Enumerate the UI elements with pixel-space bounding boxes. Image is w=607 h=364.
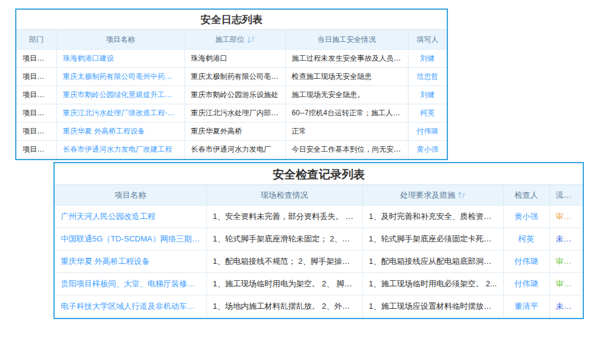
reporter-link[interactable]: 柯英 (408, 104, 447, 123)
inspection-record-table: 项目名称 现场检查情况 处理要求及措施 检查人 流程状态 广州天河人民公园改造工… (55, 184, 583, 318)
project-link[interactable]: 重庆华夏 外高桥工程设备 (56, 123, 185, 141)
inspection-cell: 1、配电箱接线不规范； 2、脚手架操作... (206, 251, 362, 273)
inspector-link[interactable]: 柯英 (503, 228, 549, 251)
col-header-department: 部门 (16, 30, 56, 50)
project-link[interactable]: 中国联通5G（TD-SCDMA）网络三期四... (55, 228, 206, 251)
project-link[interactable]: 珠海鹤港口建设 (56, 50, 185, 68)
reporter-link[interactable]: 付伟璐 (408, 123, 447, 141)
table-row: 项目二部 重庆华夏 外高桥工程设备 重庆华夏外高桥 正常 付伟璐 (16, 123, 447, 141)
project-link[interactable]: 重庆江北污水处理厂级改造工程-道路... (56, 104, 185, 123)
situation-cell: 检查施工现场无安全隐患 (285, 68, 408, 86)
location-cell: 重庆江北污水处理厂内部道路 (185, 104, 285, 123)
location-cell: 珠海鹤港口 (185, 50, 285, 68)
col-header-site-inspection: 现场检查情况 (206, 185, 362, 206)
department-cell: 项目一部 (16, 68, 56, 86)
inspection-cell: 1、轮式脚手架底座滑轮未固定； 2、现... (206, 228, 362, 251)
safety-log-title: 安全日志列表 (16, 10, 447, 29)
project-link[interactable]: 重庆太极制药有限公司亳州中药材仓... (56, 68, 185, 86)
situation-cell: 施工现场无安全隐患。 (285, 86, 408, 104)
measures-cell: 1、施工现场应设置材料临时摆放区... (362, 295, 503, 318)
table-row: 项目一部 重庆江北污水处理厂级改造工程-道路... 重庆江北污水处理厂内部道路 … (16, 104, 447, 123)
reporter-link[interactable]: 刘健 (408, 50, 447, 68)
table-row: 项目三部 重庆市鹅岭公园绿化景观提升工程施工 重庆市鹅岭公园游乐设施处 施工现场… (16, 86, 447, 104)
inspector-link[interactable]: 付伟璐 (503, 251, 549, 273)
sort-icon[interactable] (458, 192, 466, 199)
project-link[interactable]: 贵阳项目样板间、大堂、电梯厅装修工程 (55, 273, 206, 295)
status-badge: 审批通过 (549, 273, 583, 295)
table-row: 项目三部 长春市伊通河水力发电厂改建工程 长春市伊通河水力发电厂 今日安全工作基… (16, 141, 447, 159)
project-link[interactable]: 重庆华夏 外高桥工程设备 (55, 251, 206, 273)
location-cell: 重庆华夏外高桥 (185, 123, 285, 141)
location-cell: 长春市伊通河水力发电厂 (185, 141, 285, 159)
project-link[interactable]: 广州天河人民公园改造工程 (55, 206, 206, 228)
department-cell: 项目三部 (16, 141, 56, 159)
measures-cell: 1、配电箱接线应从配电箱底部洞口... (362, 251, 503, 273)
measures-cell: 1、轮式脚手架底座必须固定卡死； ... (362, 228, 503, 251)
col-header-construction-part[interactable]: 施工部位 (185, 30, 285, 50)
department-cell: 项目三部 (16, 86, 56, 104)
table-row: 电子科技大学区域人行道及非机动车道工... 1、场地内施工材料乱摆乱放。 2、外… (55, 295, 583, 318)
measures-cell: 1、及时完善和补充安全、质检资料... (362, 206, 503, 228)
sort-icon[interactable] (247, 36, 255, 43)
department-cell: 项目一部 (16, 104, 56, 123)
col-header-workflow-status: 流程状态 (549, 185, 583, 206)
safety-log-panel: 安全日志列表 部门 项目名称 施工部位 当日施工安全情况 填写人 项目三部 珠海… (15, 8, 448, 160)
inspection-cell: 1、安全资料未完善，部分资料丢失。 2... (206, 206, 362, 228)
reporter-link[interactable]: 刘健 (408, 86, 447, 104)
department-cell: 项目二部 (16, 123, 56, 141)
table-row: 贵阳项目样板间、大堂、电梯厅装修工程 1、施工现场临时用电为架空。 2、 脚手.… (55, 273, 583, 295)
department-cell: 项目三部 (16, 50, 56, 68)
table-row: 重庆华夏 外高桥工程设备 1、配电箱接线不规范； 2、脚手架操作... 1、配电… (55, 251, 583, 273)
header-row: 部门 项目名称 施工部位 当日施工安全情况 填写人 (16, 30, 447, 50)
table-row: 项目一部 重庆太极制药有限公司亳州中药材仓... 重庆太极制药有限公司亳州...… (16, 68, 447, 86)
inspector-link[interactable]: 付伟璐 (503, 273, 549, 295)
table-row: 中国联通5G（TD-SCDMA）网络三期四... 1、轮式脚手架底座滑轮未固定；… (55, 228, 583, 251)
status-badge: 审批中 (549, 206, 583, 228)
situation-cell: 60--7挖机4台运转正常；施工人员无违... (285, 104, 408, 123)
location-cell: 重庆太极制药有限公司亳州... (185, 68, 285, 86)
col-header-project-name: 项目名称 (56, 30, 185, 50)
table-row: 广州天河人民公园改造工程 1、安全资料未完善，部分资料丢失。 2... 1、及时… (55, 206, 583, 228)
col-header-measures[interactable]: 处理要求及措施 (362, 185, 503, 206)
col-header-inspector: 检查人 (503, 185, 549, 206)
location-cell: 重庆市鹅岭公园游乐设施处 (185, 86, 285, 104)
project-link[interactable]: 重庆市鹅岭公园绿化景观提升工程施工 (56, 86, 185, 104)
col-header-reporter: 填写人 (408, 30, 447, 50)
inspector-link[interactable]: 黄小强 (503, 206, 549, 228)
inspection-record-title: 安全检查记录列表 (55, 163, 583, 184)
status-badge: 未提交 (549, 228, 583, 251)
inspection-cell: 1、场地内施工材料乱摆乱放。 2、外架... (206, 295, 362, 318)
situation-cell: 正常 (285, 123, 408, 141)
inspection-cell: 1、施工现场临时用电为架空。 2、 脚手... (206, 273, 362, 295)
inspector-link[interactable]: 董清平 (503, 295, 549, 318)
project-link[interactable]: 长春市伊通河水力发电厂改建工程 (56, 141, 185, 159)
situation-cell: 今日安全工作基本到位，尚无安全隐患... (285, 141, 408, 159)
inspection-record-panel: 安全检查记录列表 项目名称 现场检查情况 处理要求及措施 检查人 流程状态 广州… (53, 162, 584, 319)
status-badge: 未提交 (549, 295, 583, 318)
safety-log-table: 部门 项目名称 施工部位 当日施工安全情况 填写人 项目三部 珠海鹤港口建设 珠… (16, 29, 447, 159)
status-badge: 审批通过 (549, 251, 583, 273)
col-header-daily-safety: 当日施工安全情况 (285, 30, 408, 50)
situation-cell: 施工过程未发生安全事故及人员受伤情况 (285, 50, 408, 68)
table-row: 项目三部 珠海鹤港口建设 珠海鹤港口 施工过程未发生安全事故及人员受伤情况 刘健 (16, 50, 447, 68)
reporter-link[interactable]: 范思哲 (408, 68, 447, 86)
measures-cell: 1、施工现场临时用电必须架空。 2... (362, 273, 503, 295)
col-header-project-name: 项目名称 (55, 185, 206, 206)
reporter-link[interactable]: 黄小强 (408, 141, 447, 159)
project-link[interactable]: 电子科技大学区域人行道及非机动车道工... (55, 295, 206, 318)
header-row: 项目名称 现场检查情况 处理要求及措施 检查人 流程状态 (55, 185, 583, 206)
